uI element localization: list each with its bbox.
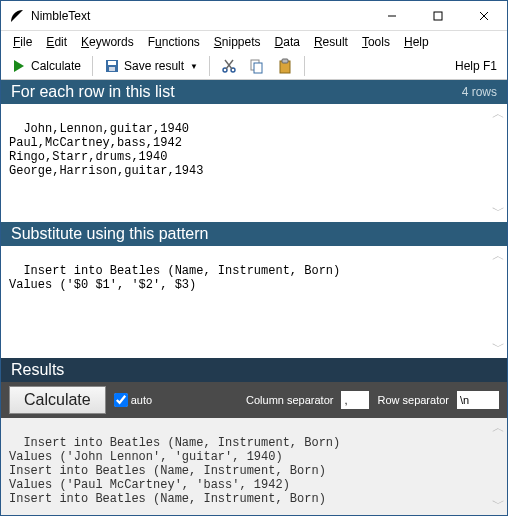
auto-checkbox[interactable] [114,393,128,407]
maximize-button[interactable] [415,1,461,31]
svg-rect-7 [109,67,115,71]
col-sep-input[interactable] [341,391,369,409]
minimize-button[interactable] [369,1,415,31]
scissors-icon [221,58,237,74]
menubar: File Edit Keywords Functions Snippets Da… [1,31,507,53]
auto-checkbox-wrap[interactable]: auto [114,393,152,407]
separator [92,56,93,76]
help-label[interactable]: Help F1 [455,59,501,73]
toolbar: Calculate Save result ▼ Help F1 [1,53,507,80]
scroll-up-icon[interactable]: ︿ [492,422,505,435]
auto-label: auto [131,394,152,406]
pattern-header: Substitute using this pattern [1,222,507,246]
save-icon [104,58,120,74]
separator [209,56,210,76]
scroll-up-icon[interactable]: ︿ [492,250,505,263]
scroll-down-icon[interactable]: ﹀ [492,498,505,511]
calculate-button[interactable]: Calculate [7,56,85,76]
save-result-button[interactable]: Save result ▼ [100,56,202,76]
pattern-pane[interactable]: Insert into Beatles (Name, Instrument, B… [1,246,507,358]
row-count: 4 rows [462,85,497,99]
row-sep-label: Row separator [377,394,449,406]
scroll-down-icon[interactable]: ﹀ [492,205,505,218]
paste-icon [277,58,293,74]
copy-button[interactable] [245,56,269,76]
input-header: For each row in this list 4 rows [1,80,507,104]
play-icon [11,58,27,74]
results-header-title: Results [11,361,64,379]
separator [304,56,305,76]
results-header: Results [1,358,507,382]
paste-button[interactable] [273,56,297,76]
results-pane[interactable]: Insert into Beatles (Name, Instrument, B… [1,418,507,515]
close-button[interactable] [461,1,507,31]
cut-button[interactable] [217,56,241,76]
menu-edit[interactable]: Edit [46,35,67,49]
input-pane[interactable]: John,Lennon,guitar,1940 Paul,McCartney,b… [1,104,507,222]
menu-help[interactable]: Help [404,35,429,49]
results-content: Insert into Beatles (Name, Instrument, B… [9,436,340,506]
menu-result[interactable]: Result [314,35,348,49]
svg-rect-15 [282,59,288,63]
menu-functions[interactable]: Functions [148,35,200,49]
menu-tools[interactable]: Tools [362,35,390,49]
svg-marker-4 [14,60,24,72]
pattern-content: Insert into Beatles (Name, Instrument, B… [9,264,340,292]
calculate-big-button[interactable]: Calculate [9,386,106,414]
calculate-label: Calculate [31,59,81,73]
svg-rect-1 [434,12,442,20]
menu-snippets[interactable]: Snippets [214,35,261,49]
copy-icon [249,58,265,74]
save-result-label: Save result [124,59,184,73]
scroll-up-icon[interactable]: ︿ [492,108,505,121]
titlebar: NimbleText [1,1,507,31]
input-header-title: For each row in this list [11,83,175,101]
col-sep-label: Column separator [246,394,333,406]
scroll-down-icon[interactable]: ﹀ [492,341,505,354]
svg-rect-6 [108,61,116,65]
row-sep-input[interactable] [457,391,499,409]
menu-keywords[interactable]: Keywords [81,35,134,49]
app-icon [9,8,25,24]
svg-rect-13 [254,63,262,73]
menu-file[interactable]: File [13,35,32,49]
dropdown-arrow-icon: ▼ [190,62,198,71]
window-title: NimbleText [31,9,369,23]
menu-data[interactable]: Data [275,35,300,49]
results-controls: Calculate auto Column separator Row sepa… [1,382,507,418]
input-content: John,Lennon,guitar,1940 Paul,McCartney,b… [9,122,203,178]
pattern-header-title: Substitute using this pattern [11,225,208,243]
